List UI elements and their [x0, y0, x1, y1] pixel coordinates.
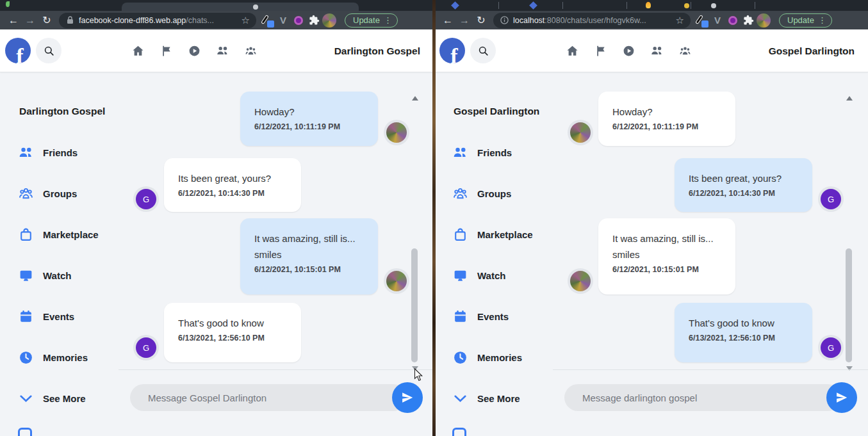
refresh-button[interactable]: ↻: [38, 12, 55, 29]
scrollbar-thumb[interactable]: [411, 248, 418, 362]
chevron-down-icon: [18, 391, 34, 407]
facebook-logo[interactable]: f: [439, 38, 465, 63]
message-input[interactable]: [564, 384, 841, 411]
menu-kebab-icon: ⋮: [384, 19, 392, 22]
profile-avatar[interactable]: [756, 13, 771, 28]
message-timestamp: 6/13/2021, 12:56:10 PM: [689, 334, 798, 343]
sidebar-item-watch[interactable]: Watch: [18, 266, 120, 285]
browser-window-right: ← → ↻ localhost:8080/chats/user/hfogvk6w…: [434, 0, 868, 436]
friends-icon: [18, 145, 34, 161]
sidebar-item-events[interactable]: Events: [18, 307, 120, 326]
tab-favicon: [711, 3, 716, 8]
sidebar-item-partial-icon: [18, 428, 32, 436]
search-button[interactable]: [470, 38, 496, 63]
sidebar-item-memories[interactable]: Memories: [18, 348, 120, 367]
groups-icon[interactable]: [244, 44, 258, 58]
facebook-logo[interactable]: f: [5, 38, 31, 63]
message-text: Its been great, yours?: [178, 170, 287, 186]
purple-extension-icon[interactable]: [291, 13, 306, 28]
marketplace-icon: [18, 227, 34, 243]
sidebar-item-see-more[interactable]: See More: [452, 389, 555, 408]
address-bar[interactable]: localhost:8080/chats/user/hfogvk6w... ☆: [493, 13, 691, 28]
watch-icon: [18, 268, 34, 284]
sidebar-item-marketplace[interactable]: Marketplace: [452, 225, 555, 244]
vimium-extension-icon[interactable]: V: [710, 13, 725, 28]
refresh-button[interactable]: ↻: [473, 12, 489, 29]
purple-extension-icon[interactable]: [725, 13, 741, 28]
sidebar-item-watch[interactable]: Watch: [452, 266, 555, 285]
avatar: [384, 268, 409, 294]
url-host: localhost: [513, 16, 545, 25]
send-icon: [400, 391, 414, 405]
back-button[interactable]: ←: [5, 12, 22, 29]
sidebar-item-memories[interactable]: Memories: [452, 348, 555, 367]
memories-icon: [452, 350, 468, 366]
address-bar[interactable]: facebook-clone-dff86.web.app/chats... ☆: [59, 13, 256, 28]
vimium-extension-icon[interactable]: V: [275, 13, 291, 28]
header-profile-name: Darlington Gospel: [334, 29, 420, 72]
bookmark-star-icon[interactable]: ☆: [242, 15, 250, 26]
avatar: [568, 120, 593, 145]
sidebar-item-see-more[interactable]: See More: [18, 389, 120, 408]
forward-button[interactable]: →: [456, 12, 473, 29]
menu-kebab-icon: ⋮: [818, 19, 826, 22]
video-icon[interactable]: [188, 44, 201, 58]
extensions-puzzle-icon[interactable]: [306, 13, 322, 28]
message-text: Howday?: [612, 104, 721, 120]
scrollbar-thumb[interactable]: [846, 248, 852, 362]
message-input[interactable]: [130, 384, 407, 411]
scrollbar-up-arrow[interactable]: [412, 96, 418, 101]
sidebar-item-partial-icon: [452, 428, 466, 436]
url-text: facebook-clone-dff86.web.app/chats...: [79, 16, 238, 25]
search-button[interactable]: [36, 38, 61, 63]
message-text: It was amazing, still is...: [254, 230, 364, 246]
message-text: It was amazing, still is...: [612, 230, 721, 246]
flag-icon[interactable]: [594, 44, 607, 58]
sidebar-item-groups[interactable]: Groups: [18, 184, 120, 203]
color-picker-extension-icon[interactable]: [260, 13, 275, 28]
url-path: :8080/chats/user/hfogvk6w...: [545, 16, 646, 25]
update-button[interactable]: Update ⋮: [779, 13, 832, 28]
groups-icon[interactable]: [678, 44, 692, 58]
bookmark-star-icon[interactable]: ☆: [676, 15, 684, 26]
home-icon[interactable]: [566, 44, 579, 58]
send-button[interactable]: [392, 382, 423, 413]
sidebar-item-events[interactable]: Events: [452, 307, 555, 326]
friends-icon[interactable]: [650, 44, 664, 58]
update-button[interactable]: Update ⋮: [345, 13, 398, 28]
message-timestamp: 6/12/2021, 10:15:01 PM: [612, 265, 721, 274]
sidebar-item-friends[interactable]: Friends: [18, 143, 120, 162]
groups-icon: [452, 186, 468, 202]
sidebar-title: Gospel Darlington: [454, 106, 539, 117]
tab-favicon: [646, 2, 651, 8]
message-text: Its been great, yours?: [689, 170, 798, 186]
send-button[interactable]: [826, 382, 857, 413]
message-text: smiles: [254, 246, 364, 262]
video-icon[interactable]: [622, 44, 635, 58]
sidebar-item-friends[interactable]: Friends: [452, 143, 555, 162]
tab-favicon: [684, 3, 689, 8]
flag-icon[interactable]: [160, 44, 173, 58]
back-button[interactable]: ←: [439, 12, 456, 29]
friends-icon[interactable]: [216, 44, 229, 58]
scrollbar-up-arrow[interactable]: [846, 96, 853, 101]
profile-avatar[interactable]: [322, 13, 337, 28]
color-picker-extension-icon[interactable]: [694, 13, 710, 28]
events-icon: [18, 309, 34, 325]
sidebar-item-marketplace[interactable]: Marketplace: [18, 225, 120, 244]
browser-tab-strip[interactable]: [0, 0, 434, 11]
message-text: Howday?: [254, 104, 364, 120]
extensions-puzzle-icon[interactable]: [741, 13, 756, 28]
browser-tab[interactable]: [122, 3, 359, 11]
sidebar-item-groups[interactable]: Groups: [452, 184, 555, 203]
message-bubble: Howday? 6/12/2021, 10:11:19 PM: [240, 92, 378, 146]
message-text: smiles: [612, 246, 721, 262]
watch-icon: [452, 268, 468, 284]
browser-tab-strip[interactable]: [434, 0, 868, 11]
home-icon[interactable]: [131, 44, 145, 58]
forward-button[interactable]: →: [22, 12, 38, 29]
mouse-cursor: [414, 368, 423, 382]
lock-icon: [65, 16, 74, 25]
marketplace-icon: [452, 227, 468, 243]
message-timestamp: 6/12/2021, 10:14:30 PM: [178, 189, 287, 198]
